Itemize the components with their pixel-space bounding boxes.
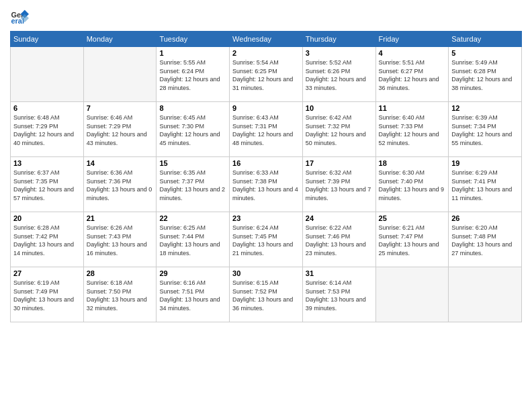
- calendar-cell: 4Sunrise: 5:51 AMSunset: 6:27 PMDaylight…: [375, 47, 449, 102]
- day-number: 17: [306, 159, 373, 167]
- day-number: 12: [451, 104, 519, 112]
- calendar-header-monday: Monday: [83, 32, 157, 47]
- day-info: Sunrise: 6:30 AMSunset: 7:40 PMDaylight:…: [379, 169, 446, 202]
- calendar-cell: 24Sunrise: 6:22 AMSunset: 7:46 PMDayligh…: [302, 212, 375, 267]
- calendar-cell: 17Sunrise: 6:32 AMSunset: 7:39 PMDayligh…: [302, 157, 375, 212]
- calendar-cell: 2Sunrise: 5:54 AMSunset: 6:25 PMDaylight…: [230, 47, 303, 102]
- day-info: Sunrise: 6:28 AMSunset: 7:42 PMDaylight:…: [13, 224, 81, 257]
- day-number: 16: [232, 159, 300, 167]
- day-info: Sunrise: 6:21 AMSunset: 7:47 PMDaylight:…: [379, 224, 446, 257]
- calendar-cell: [83, 47, 157, 102]
- calendar-cell: [375, 267, 449, 322]
- day-number: 2: [232, 49, 300, 57]
- calendar-cell: [11, 47, 84, 102]
- day-number: 27: [13, 269, 81, 277]
- day-info: Sunrise: 6:22 AMSunset: 7:46 PMDaylight:…: [306, 224, 373, 257]
- day-number: 4: [379, 49, 446, 57]
- calendar-cell: 7Sunrise: 6:46 AMSunset: 7:29 PMDaylight…: [83, 102, 157, 157]
- calendar-week-3: 13Sunrise: 6:37 AMSunset: 7:35 PMDayligh…: [11, 157, 522, 212]
- day-info: Sunrise: 6:19 AMSunset: 7:49 PMDaylight:…: [13, 279, 81, 312]
- calendar-header-thursday: Thursday: [302, 32, 375, 47]
- calendar-cell: 12Sunrise: 6:39 AMSunset: 7:34 PMDayligh…: [449, 102, 522, 157]
- calendar-header-tuesday: Tuesday: [157, 32, 230, 47]
- day-number: 22: [159, 214, 226, 222]
- day-info: Sunrise: 6:43 AMSunset: 7:31 PMDaylight:…: [232, 113, 300, 147]
- day-number: 31: [306, 269, 373, 277]
- day-number: 19: [451, 159, 519, 167]
- calendar-header-row: SundayMondayTuesdayWednesdayThursdayFrid…: [11, 32, 522, 47]
- calendar-cell: 20Sunrise: 6:28 AMSunset: 7:42 PMDayligh…: [11, 212, 84, 267]
- day-number: 13: [13, 159, 81, 167]
- day-number: 29: [159, 269, 226, 277]
- day-number: 25: [379, 214, 446, 222]
- calendar-cell: 31Sunrise: 6:14 AMSunset: 7:53 PMDayligh…: [302, 267, 375, 322]
- calendar-cell: 6Sunrise: 6:48 AMSunset: 7:29 PMDaylight…: [11, 102, 84, 157]
- calendar-header-wednesday: Wednesday: [230, 32, 303, 47]
- day-number: 23: [232, 214, 300, 222]
- day-info: Sunrise: 6:20 AMSunset: 7:48 PMDaylight:…: [451, 224, 519, 257]
- calendar-header-friday: Friday: [375, 32, 449, 47]
- calendar-header-saturday: Saturday: [449, 32, 522, 47]
- day-info: Sunrise: 6:36 AMSunset: 7:36 PMDaylight:…: [87, 169, 154, 202]
- day-number: 20: [13, 214, 81, 222]
- calendar-cell: 22Sunrise: 6:25 AMSunset: 7:44 PMDayligh…: [157, 212, 230, 267]
- calendar-cell: 1Sunrise: 5:55 AMSunset: 6:24 PMDaylight…: [157, 47, 230, 102]
- calendar-cell: 18Sunrise: 6:30 AMSunset: 7:40 PMDayligh…: [375, 157, 449, 212]
- day-info: Sunrise: 6:14 AMSunset: 7:53 PMDaylight:…: [306, 279, 373, 312]
- day-info: Sunrise: 6:35 AMSunset: 7:37 PMDaylight:…: [159, 169, 226, 202]
- header: Gen eral: [10, 7, 522, 26]
- day-info: Sunrise: 5:51 AMSunset: 6:27 PMDaylight:…: [379, 58, 446, 92]
- calendar-cell: 3Sunrise: 5:52 AMSunset: 6:26 PMDaylight…: [302, 47, 375, 102]
- day-info: Sunrise: 6:46 AMSunset: 7:29 PMDaylight:…: [87, 113, 154, 147]
- day-info: Sunrise: 6:37 AMSunset: 7:35 PMDaylight:…: [13, 169, 81, 202]
- day-number: 6: [13, 104, 81, 112]
- day-info: Sunrise: 5:49 AMSunset: 6:28 PMDaylight:…: [451, 58, 519, 92]
- day-number: 10: [306, 104, 373, 112]
- day-number: 11: [379, 104, 446, 112]
- calendar-cell: 9Sunrise: 6:43 AMSunset: 7:31 PMDaylight…: [230, 102, 303, 157]
- day-info: Sunrise: 6:15 AMSunset: 7:52 PMDaylight:…: [232, 279, 300, 312]
- day-info: Sunrise: 6:24 AMSunset: 7:45 PMDaylight:…: [232, 224, 300, 257]
- calendar-week-5: 27Sunrise: 6:19 AMSunset: 7:49 PMDayligh…: [11, 267, 522, 322]
- day-number: 28: [87, 269, 154, 277]
- calendar: SundayMondayTuesdayWednesdayThursdayFrid…: [10, 31, 522, 322]
- calendar-header-sunday: Sunday: [11, 32, 84, 47]
- day-info: Sunrise: 6:40 AMSunset: 7:33 PMDaylight:…: [379, 113, 446, 147]
- day-info: Sunrise: 6:48 AMSunset: 7:29 PMDaylight:…: [13, 113, 81, 147]
- calendar-cell: 10Sunrise: 6:42 AMSunset: 7:32 PMDayligh…: [302, 102, 375, 157]
- calendar-cell: 16Sunrise: 6:33 AMSunset: 7:38 PMDayligh…: [230, 157, 303, 212]
- calendar-cell: 8Sunrise: 6:45 AMSunset: 7:30 PMDaylight…: [157, 102, 230, 157]
- day-number: 30: [232, 269, 300, 277]
- day-info: Sunrise: 5:52 AMSunset: 6:26 PMDaylight:…: [306, 58, 373, 92]
- calendar-cell: 27Sunrise: 6:19 AMSunset: 7:49 PMDayligh…: [11, 267, 84, 322]
- calendar-week-2: 6Sunrise: 6:48 AMSunset: 7:29 PMDaylight…: [11, 102, 522, 157]
- day-info: Sunrise: 6:29 AMSunset: 7:41 PMDaylight:…: [451, 169, 519, 202]
- day-info: Sunrise: 6:25 AMSunset: 7:44 PMDaylight:…: [159, 224, 226, 257]
- logo: Gen eral: [10, 7, 32, 26]
- calendar-cell: 14Sunrise: 6:36 AMSunset: 7:36 PMDayligh…: [83, 157, 157, 212]
- day-number: 24: [306, 214, 373, 222]
- day-number: 26: [451, 214, 519, 222]
- day-number: 7: [87, 104, 154, 112]
- calendar-cell: 29Sunrise: 6:16 AMSunset: 7:51 PMDayligh…: [157, 267, 230, 322]
- day-number: 21: [87, 214, 154, 222]
- day-number: 5: [451, 49, 519, 57]
- calendar-cell: 23Sunrise: 6:24 AMSunset: 7:45 PMDayligh…: [230, 212, 303, 267]
- calendar-cell: 15Sunrise: 6:35 AMSunset: 7:37 PMDayligh…: [157, 157, 230, 212]
- logo-icon: Gen eral: [10, 7, 29, 26]
- day-number: 9: [232, 104, 300, 112]
- page: Gen eral SundayMondayTuesdayWednesdayThu…: [0, 0, 532, 411]
- day-info: Sunrise: 6:42 AMSunset: 7:32 PMDaylight:…: [306, 113, 373, 147]
- day-info: Sunrise: 6:26 AMSunset: 7:43 PMDaylight:…: [87, 224, 154, 257]
- calendar-cell: 28Sunrise: 6:18 AMSunset: 7:50 PMDayligh…: [83, 267, 157, 322]
- calendar-cell: 19Sunrise: 6:29 AMSunset: 7:41 PMDayligh…: [449, 157, 522, 212]
- calendar-week-1: 1Sunrise: 5:55 AMSunset: 6:24 PMDaylight…: [11, 47, 522, 102]
- day-info: Sunrise: 6:32 AMSunset: 7:39 PMDaylight:…: [306, 169, 373, 202]
- day-info: Sunrise: 5:55 AMSunset: 6:24 PMDaylight:…: [159, 58, 226, 92]
- calendar-cell: 11Sunrise: 6:40 AMSunset: 7:33 PMDayligh…: [375, 102, 449, 157]
- day-number: 18: [379, 159, 446, 167]
- day-number: 8: [159, 104, 226, 112]
- day-info: Sunrise: 6:16 AMSunset: 7:51 PMDaylight:…: [159, 279, 226, 312]
- day-info: Sunrise: 6:18 AMSunset: 7:50 PMDaylight:…: [87, 279, 154, 312]
- day-number: 15: [159, 159, 226, 167]
